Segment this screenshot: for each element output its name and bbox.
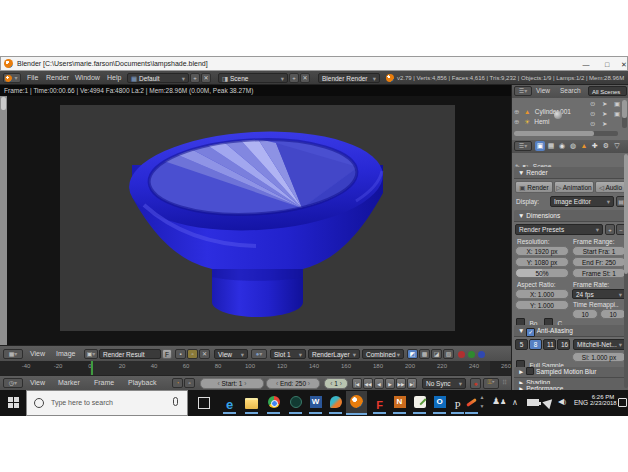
maximize-button[interactable]: □ bbox=[602, 60, 612, 70]
taskbar-search-box[interactable]: Type here to search bbox=[26, 390, 188, 416]
aspect-x-field[interactable]: X: 1.000 bbox=[515, 289, 569, 299]
panel-antialiasing-header[interactable]: ▼ ✓ Anti-Aliasing bbox=[514, 325, 628, 337]
tab-scene[interactable]: ◉ bbox=[557, 141, 567, 151]
panel-dimensions-header[interactable]: ▼ Dimensions bbox=[514, 210, 628, 222]
menu-window[interactable]: Window bbox=[75, 74, 100, 81]
next-keyframe-button[interactable]: ▶▶ bbox=[396, 378, 406, 389]
render-layer-dropdown[interactable]: RenderLayer▾ bbox=[308, 349, 360, 359]
close-button[interactable]: ✕ bbox=[619, 60, 628, 70]
slot-dropdown[interactable]: Slot 1▾ bbox=[270, 349, 306, 359]
tab-render[interactable]: ▣ bbox=[535, 141, 545, 151]
tab-modifiers[interactable]: ⚙ bbox=[601, 141, 611, 151]
fake-user-button[interactable]: F bbox=[162, 349, 172, 359]
render-engine-selector[interactable]: Blender Render▾ bbox=[318, 73, 380, 83]
prev-keyframe-button[interactable]: ◀◀ bbox=[363, 378, 373, 389]
tl-menu-playback[interactable]: Playback bbox=[128, 379, 156, 386]
renderability-camera-icon[interactable]: ▣ bbox=[614, 110, 620, 118]
layout-delete-button[interactable]: ✕ bbox=[201, 73, 211, 83]
ie-menu-image[interactable]: Image bbox=[56, 350, 75, 357]
outliner-row-cylinder[interactable]: ⊕ ▲ Cylinder.001 ⊙ ➤ ▣ bbox=[514, 100, 627, 110]
display-dropdown[interactable]: Image Editor▾ bbox=[550, 196, 614, 207]
scene-delete-button[interactable]: ✕ bbox=[300, 73, 310, 83]
play-reverse-button[interactable]: ◀ bbox=[374, 378, 384, 389]
ol-menu-view[interactable]: View bbox=[536, 87, 550, 94]
task-view-button[interactable] bbox=[198, 397, 210, 409]
selectability-cursor-icon[interactable]: ➤ bbox=[602, 100, 607, 108]
microphone-icon[interactable] bbox=[173, 397, 178, 406]
record-button[interactable]: ● bbox=[470, 378, 481, 389]
outliner-vscrollbar[interactable] bbox=[622, 100, 627, 128]
draw-rgba-button[interactable]: ◩ bbox=[407, 349, 418, 359]
taskbar-brush-icon[interactable] bbox=[464, 395, 479, 410]
taskbar-word-icon[interactable]: W bbox=[308, 395, 323, 410]
minimize-button[interactable]: — bbox=[581, 60, 591, 70]
pin-icon[interactable]: ▪ bbox=[175, 349, 186, 359]
people-icon[interactable]: ♟♟ bbox=[492, 396, 506, 406]
resolution-x-field[interactable]: X: 1920 px bbox=[515, 246, 569, 256]
menu-file[interactable]: File bbox=[27, 74, 38, 81]
taskbar-bird-icon[interactable] bbox=[328, 395, 343, 410]
aa-samples-5[interactable]: 5 bbox=[515, 339, 528, 350]
image-name-field[interactable]: Render Result bbox=[99, 349, 161, 359]
draw-z-button[interactable]: ▧ bbox=[443, 349, 454, 359]
scrollbar-thumb[interactable] bbox=[624, 154, 628, 274]
visibility-eye-icon[interactable]: ⊙ bbox=[590, 110, 595, 118]
image-editor-scrollbar[interactable] bbox=[0, 96, 7, 345]
jump-to-start-button[interactable]: |◀ bbox=[352, 378, 362, 389]
play-button[interactable]: ▶ bbox=[385, 378, 395, 389]
frame-step-field[interactable]: Frame St: 1 bbox=[572, 268, 626, 278]
tl-menu-frame[interactable]: Frame bbox=[94, 379, 114, 386]
red-channel-icon[interactable] bbox=[458, 351, 465, 358]
screen-layout-selector[interactable]: ▦ Default▾ bbox=[127, 73, 189, 83]
outliner-hscrollbar[interactable] bbox=[514, 131, 618, 136]
layout-add-button[interactable]: + bbox=[190, 73, 200, 83]
clock[interactable]: 6:26 PM 2/23/2018 bbox=[590, 394, 616, 406]
preset-add-button[interactable]: + bbox=[605, 224, 615, 235]
tab-data[interactable]: ▽ bbox=[612, 141, 622, 151]
animation-button[interactable]: ▷ Animation bbox=[554, 181, 594, 193]
properties-vscrollbar[interactable] bbox=[624, 154, 628, 388]
scrollbar-thumb[interactable] bbox=[622, 100, 627, 118]
ol-menu-search[interactable]: Search bbox=[560, 87, 581, 94]
taskbar-explorer-icon[interactable] bbox=[244, 395, 259, 410]
outliner-scope-dropdown[interactable]: All Scenes bbox=[588, 86, 627, 96]
panel-render-header[interactable]: ▼ Render bbox=[514, 167, 628, 179]
visibility-eye-icon[interactable]: ⊙ bbox=[590, 120, 595, 128]
editor-type-image-button[interactable]: ▦▾ bbox=[3, 349, 23, 359]
taskbar-edge-icon[interactable]: e bbox=[222, 395, 237, 410]
aa-samples-16[interactable]: 16 bbox=[557, 339, 570, 350]
render-button[interactable]: ▣ Render bbox=[515, 181, 553, 193]
network-icon[interactable] bbox=[542, 396, 555, 409]
frame-rate-dropdown[interactable]: 24 fps▾ bbox=[572, 289, 626, 299]
taskbar-scroll-arrows[interactable]: ▲▼ bbox=[478, 393, 486, 413]
start-button[interactable] bbox=[8, 397, 20, 409]
window-titlebar[interactable]: Blender [C:\Users\marie.farson\Documents… bbox=[0, 56, 628, 71]
search-placeholder[interactable]: Type here to search bbox=[51, 399, 113, 406]
sync-mode-dropdown[interactable]: No Sync▾ bbox=[422, 378, 466, 389]
aa-checkbox[interactable]: ✓ bbox=[526, 328, 535, 337]
selectability-cursor-icon[interactable]: ➤ bbox=[602, 110, 607, 118]
jump-to-end-button[interactable]: ▶| bbox=[407, 378, 417, 389]
taskbar-onenote-icon[interactable]: N bbox=[392, 395, 407, 410]
resolution-percentage-slider[interactable]: 50% bbox=[515, 268, 569, 278]
taskbar-camtasia-icon[interactable] bbox=[288, 395, 303, 410]
draw-rgb-button[interactable]: ▩ bbox=[419, 349, 430, 359]
editor-type-outliner-button[interactable]: ☰▾ bbox=[514, 86, 532, 96]
ie-menu-view[interactable]: View bbox=[30, 350, 45, 357]
tl-menu-marker[interactable]: Marker bbox=[58, 379, 80, 386]
image-editor-canvas[interactable] bbox=[0, 96, 511, 345]
editor-type-properties-button[interactable]: ☰▾ bbox=[514, 141, 532, 151]
aspect-y-field[interactable]: Y: 1.000 bbox=[515, 300, 569, 310]
taskbar-chrome-icon[interactable] bbox=[266, 395, 281, 410]
keying-set-icon[interactable]: ▫ bbox=[184, 378, 195, 388]
volume-icon[interactable]: ◀) bbox=[558, 397, 566, 406]
scrollbar-thumb[interactable] bbox=[1, 97, 6, 110]
timeline-canvas[interactable]: -40 -20 0 20 40 60 80 100 120 140 160 18… bbox=[0, 361, 511, 375]
taskbar-outlook-icon[interactable]: O bbox=[432, 395, 447, 410]
scrollbar-thumb[interactable] bbox=[514, 131, 594, 136]
renderability-camera-icon[interactable]: ▣ bbox=[614, 100, 620, 108]
aa-filter-dropdown[interactable]: Mitchell-Net...▾ bbox=[573, 339, 626, 350]
resolution-y-field[interactable]: Y: 1080 px bbox=[515, 257, 569, 267]
outliner-item-label[interactable]: Lamp bbox=[534, 128, 550, 129]
battery-icon[interactable] bbox=[527, 399, 539, 406]
